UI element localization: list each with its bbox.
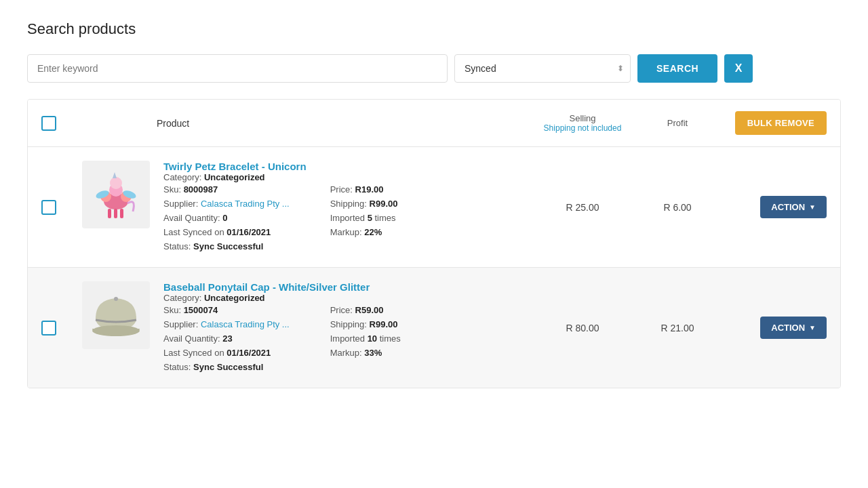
shipping-not-included-label: Shipping not included [528,123,637,133]
shipping-value: R99.00 [370,199,398,209]
search-bar: Synced Not Synced All ⬍ SEARCH X [27,54,841,83]
products-table: Product Selling Shipping not included Pr… [27,99,841,388]
category-line: Category: Uncategorized [163,172,528,182]
header-checkbox-col [41,116,75,131]
action-col: ACTION ▼ [718,196,827,218]
selling-price-col: R 80.00 [528,323,637,333]
svg-rect-9 [114,209,117,218]
header-product-col: Product [157,118,528,129]
markup-value: 22% [364,227,382,237]
supplier-value[interactable]: Calasca Trading Pty ... [201,319,290,329]
price-line: Price: R19.00 [330,184,398,195]
table-row: Baseball Ponytail Cap - White/Silver Gli… [28,268,840,388]
dropdown-arrow-icon: ▼ [809,203,816,211]
product-thumbnail [85,285,146,346]
price-value: R19.00 [355,184,384,195]
product-image-col [75,281,157,349]
selling-price-value: R 25.00 [566,202,599,213]
avail-qty-line: Avail Quantity: 0 [163,213,290,223]
page-title: Search products [27,20,841,38]
keyword-input[interactable] [27,54,448,83]
svg-point-13 [114,297,118,301]
last-synced-line: Last Synced on 01/16/2021 [163,348,290,358]
right-details: Price: R59.00 Shipping: R99.00 Imported … [330,305,401,374]
product-column-label: Product [157,118,189,129]
profit-col: R 6.00 [637,202,718,213]
product-image [82,161,150,228]
markup-line: Markup: 22% [330,227,398,237]
sku-line: Sku: 1500074 [163,305,290,315]
right-details: Price: R19.00 Shipping: R99.00 Imported … [330,184,398,253]
product-image [82,281,150,349]
shipping-value: R99.00 [370,319,398,329]
profit-value: R 6.00 [663,202,691,213]
shipping-line: Shipping: R99.00 [330,199,398,209]
avail-qty-value: 23 [222,333,232,344]
last-synced-line: Last Synced on 01/16/2021 [163,227,290,237]
table-row: Twirly Petz Bracelet - Unicorn Category:… [28,147,840,268]
product-name-link[interactable]: Baseball Ponytail Cap - White/Silver Gli… [163,281,370,293]
left-details: Sku: 1500074 Supplier: Calasca Trading P… [163,305,290,374]
profit-label: Profit [667,118,688,128]
row-checkbox[interactable] [41,200,56,215]
imported-line: Imported 10 times [330,333,401,344]
price-value: R59.00 [355,305,384,315]
status-line: Status: Sync Successful [163,241,290,251]
detail-cols: Sku: 1500074 Supplier: Calasca Trading P… [163,305,528,374]
sku-value: 8000987 [184,184,218,195]
profit-value: R 21.00 [660,323,694,333]
dropdown-arrow-icon: ▼ [809,324,816,331]
action-label: ACTION [771,202,805,212]
price-line: Price: R59.00 [330,305,401,315]
status-select-wrapper: Synced Not Synced All ⬍ [454,54,631,83]
clear-button[interactable]: X [724,54,753,83]
avail-qty-value: 0 [222,213,227,223]
status-value: Sync Successful [193,362,263,372]
search-button[interactable]: SEARCH [637,54,717,83]
supplier-line: Supplier: Calasca Trading Pty ... [163,319,290,329]
svg-point-4 [110,177,122,189]
shipping-line: Shipping: R99.00 [330,319,401,329]
svg-rect-10 [120,209,123,218]
category-line: Category: Uncategorized [163,293,528,303]
action-col: ACTION ▼ [718,317,827,339]
sku-line: Sku: 8000987 [163,184,290,195]
header-profit-col: Profit [637,118,718,128]
category-value: Uncategorized [204,172,265,182]
product-image-col [75,161,157,228]
selling-price-col: R 25.00 [528,202,637,213]
imported-value: 5 [368,213,372,223]
product-thumbnail [85,164,146,225]
status-select[interactable]: Synced Not Synced All [454,54,631,83]
product-details-col: Baseball Ponytail Cap - White/Silver Gli… [157,281,528,374]
imported-line: Imported 5 times [330,213,398,223]
selling-price-value: R 80.00 [566,323,599,333]
supplier-value[interactable]: Calasca Trading Pty ... [201,199,290,209]
last-synced-value: 01/16/2021 [226,227,271,237]
header-action-col: BULK REMOVE [718,111,827,135]
selling-label: Selling [528,113,637,123]
select-all-checkbox[interactable] [41,116,56,131]
markup-line: Markup: 33% [330,348,401,358]
action-button[interactable]: ACTION ▼ [760,196,827,218]
action-label: ACTION [771,323,805,333]
left-details: Sku: 8000987 Supplier: Calasca Trading P… [163,184,290,253]
product-details-col: Twirly Petz Bracelet - Unicorn Category:… [157,161,528,253]
avail-qty-line: Avail Quantity: 23 [163,333,290,344]
last-synced-value: 01/16/2021 [226,348,271,358]
profit-col: R 21.00 [637,323,718,333]
table-header: Product Selling Shipping not included Pr… [28,100,840,147]
product-name-link[interactable]: Twirly Petz Bracelet - Unicorn [163,161,307,172]
detail-cols: Sku: 8000987 Supplier: Calasca Trading P… [163,184,528,253]
header-selling-col: Selling Shipping not included [528,113,637,133]
category-value: Uncategorized [204,293,265,303]
bulk-remove-button[interactable]: BULK REMOVE [735,111,827,135]
markup-value: 33% [364,348,382,358]
row-checkbox-col [41,321,75,336]
row-checkbox[interactable] [41,321,56,336]
row-checkbox-col [41,200,75,215]
svg-rect-8 [108,209,111,218]
action-button[interactable]: ACTION ▼ [760,317,827,339]
svg-marker-5 [113,172,117,178]
status-value: Sync Successful [193,241,263,251]
